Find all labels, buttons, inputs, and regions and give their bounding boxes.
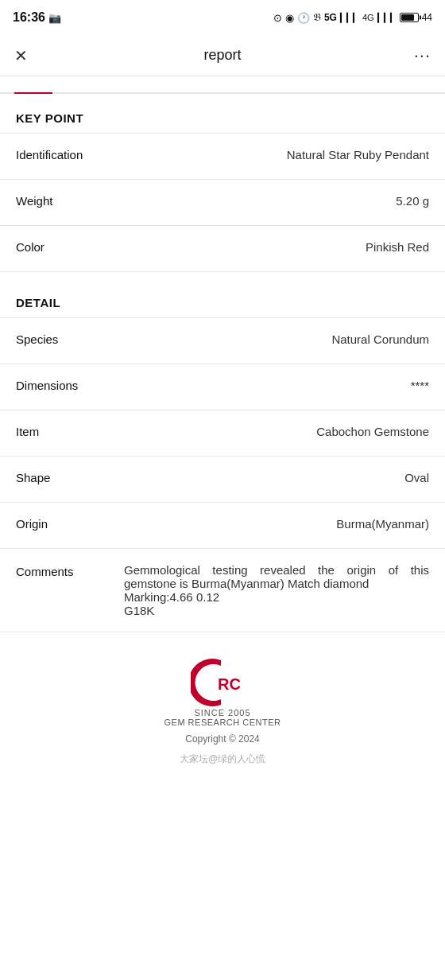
- identification-row: Identification Natural Star Ruby Pendant: [0, 134, 445, 180]
- crc-logo-container: RC SINCE 2005 GEM RESEARCH CENTER Copyri…: [164, 656, 281, 745]
- more-button[interactable]: ···: [405, 45, 431, 66]
- origin-row: Origin Burma(Myanmar): [0, 503, 445, 549]
- sim-icon: 📷: [48, 12, 61, 24]
- footer-since: SINCE 2005: [194, 708, 250, 718]
- tab-item-2[interactable]: [52, 76, 91, 94]
- page-header: ✕ report ···: [0, 35, 445, 76]
- key-point-section-header: KEY POINT: [0, 94, 445, 134]
- status-time: 16:36 📷: [13, 10, 61, 25]
- close-button[interactable]: ✕: [14, 46, 40, 65]
- comments-value: Gemmological testing revealed the origin…: [111, 563, 429, 617]
- watermark: 大家坛@绿的人心慌: [180, 752, 265, 766]
- tab-item-1[interactable]: [14, 76, 52, 94]
- shape-value: Oval: [111, 471, 429, 484]
- signal-bars: ▎▎▎: [340, 13, 359, 23]
- hotspot-icon: ⊙: [273, 12, 282, 24]
- tab-bar: [0, 76, 445, 94]
- svg-text:RC: RC: [218, 675, 241, 693]
- status-icons: ⊙ ◉ 🕐 𝔅 5G ▎▎▎ 4G ▎▎▎ 44: [273, 11, 432, 24]
- dimensions-value: ****: [111, 379, 429, 392]
- identification-label: Identification: [16, 148, 111, 161]
- origin-value: Burma(Myanmar): [111, 517, 429, 531]
- dimensions-label: Dimensions: [16, 379, 111, 392]
- footer-copyright: Copyright © 2024: [185, 733, 260, 745]
- item-value: Cabochon Gemstone: [111, 425, 429, 438]
- weight-row: Weight 5.20 g: [0, 180, 445, 226]
- weight-value: 5.20 g: [111, 194, 429, 208]
- comments-row: Comments Gemmological testing revealed t…: [0, 549, 445, 632]
- species-row: Species Natural Corundum: [0, 318, 445, 364]
- content-area: KEY POINT Identification Natural Star Ru…: [0, 94, 445, 632]
- status-bar: 16:36 📷 ⊙ ◉ 🕐 𝔅 5G ▎▎▎ 4G ▎▎▎ 44: [0, 0, 445, 35]
- color-row: Color Pinkish Red: [0, 226, 445, 272]
- battery-icon: [400, 13, 419, 22]
- footer: R C RC SINCE 2005 GEM RESEARCH CENTER Co…: [0, 632, 445, 782]
- eye-icon: ◉: [285, 12, 294, 24]
- item-label: Item: [16, 425, 111, 438]
- origin-label: Origin: [16, 517, 111, 531]
- page-title: report: [40, 47, 405, 64]
- weight-label: Weight: [16, 194, 111, 208]
- shape-label: Shape: [16, 471, 111, 484]
- item-row: Item Cabochon Gemstone: [0, 410, 445, 457]
- shape-row: Shape Oval: [0, 457, 445, 503]
- species-value: Natural Corundum: [111, 332, 429, 346]
- color-label: Color: [16, 240, 111, 254]
- footer-name: GEM RESEARCH CENTER: [164, 718, 281, 727]
- crc-emblem: RC: [191, 656, 254, 708]
- signal-bars-2: 4G: [362, 13, 374, 22]
- identification-value: Natural Star Ruby Pendant: [111, 148, 429, 161]
- bluetooth-icon: 𝔅: [313, 11, 321, 24]
- signal-icon: 5G: [324, 12, 337, 23]
- color-value: Pinkish Red: [111, 240, 429, 254]
- dimensions-row: Dimensions ****: [0, 364, 445, 410]
- comments-label: Comments: [16, 563, 111, 578]
- detail-section-header: DETAIL: [0, 278, 445, 318]
- battery-level: 44: [422, 12, 432, 23]
- alarm-icon: 🕐: [297, 12, 310, 24]
- signal-bars-3: ▎▎▎: [377, 13, 397, 23]
- species-label: Species: [16, 332, 111, 346]
